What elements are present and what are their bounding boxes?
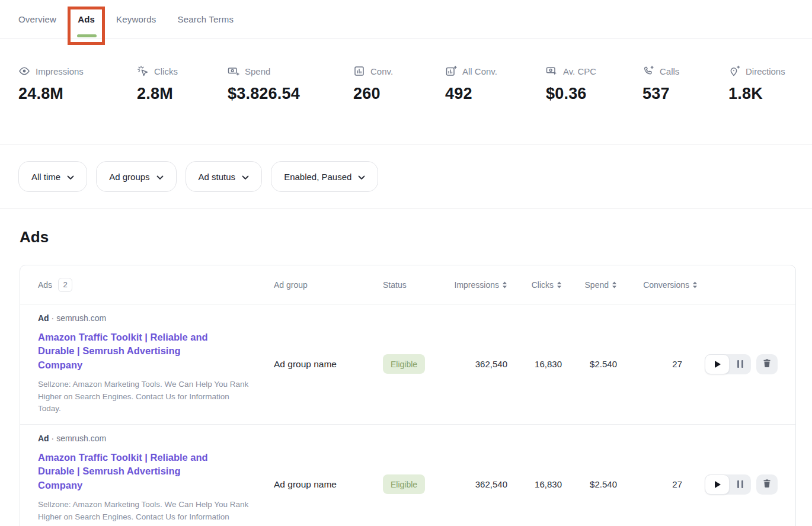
column-header-ad-group: Ad group (274, 280, 383, 290)
spend-cell: $2.540 (562, 359, 617, 369)
pause-icon (737, 360, 743, 368)
play-pause-control (705, 474, 751, 495)
metric-avg-cpc: Av. CPC $0.36 (546, 65, 642, 145)
trash-icon (762, 358, 772, 370)
spend-icon (228, 65, 239, 77)
tab-ads[interactable]: Ads (78, 14, 95, 24)
metric-label: Clicks (154, 66, 178, 76)
metric-label: All Conv. (462, 66, 497, 76)
tab-search-terms[interactable]: Search Terms (178, 14, 234, 24)
metric-value: 537 (642, 85, 728, 103)
spend-cell: $2.540 (562, 479, 617, 489)
ad-domain: semrush.com (56, 313, 106, 323)
delete-button[interactable] (756, 474, 778, 495)
directions-icon (728, 65, 740, 77)
metric-label: Spend (245, 66, 270, 76)
play-button[interactable] (705, 354, 730, 374)
chevron-down-icon (67, 172, 74, 182)
metrics-summary-bar: Impressions 24.8M Clicks 2.8M Spend $3.8… (0, 39, 812, 145)
tab-overview[interactable]: Overview (18, 14, 56, 24)
column-header-ads: Ads 2 (38, 278, 274, 292)
column-header-spend[interactable]: Spend (562, 280, 617, 290)
filter-date-range[interactable]: All time (18, 161, 87, 192)
filter-ad-status[interactable]: Ad stutus (186, 161, 263, 192)
clicks-cell: 16,830 (507, 479, 562, 489)
ad-creative-cell: Ad · semrush.com Amazon Traffic Toolkit … (38, 434, 257, 526)
metric-directions: Directions 1.8K (728, 65, 800, 145)
ads-count-label: Ads (38, 280, 52, 290)
filter-bar: All time Ad groups Ad stutus Enabled, Pa… (0, 145, 812, 209)
conversions-cell: 27 (617, 479, 698, 489)
tab-ads-wrapper: Ads (78, 14, 95, 24)
chevron-down-icon (358, 172, 365, 182)
play-pause-control (705, 354, 751, 374)
metric-spend: Spend $3.826.54 (228, 65, 353, 145)
metric-label: Directions (746, 66, 785, 76)
metric-label: Conv. (370, 66, 393, 76)
pause-icon (737, 480, 743, 488)
metric-label: Av. CPC (563, 66, 596, 76)
delete-button[interactable] (756, 354, 778, 374)
all-conversions-icon (445, 65, 457, 77)
column-header-impressions[interactable]: Impressions (448, 280, 507, 290)
status-badge: Eligible (383, 474, 425, 494)
metric-value: 2.8M (137, 85, 228, 103)
conversions-cell: 27 (617, 359, 698, 369)
top-tab-bar: Overview Ads Keywords Search Terms (0, 0, 812, 39)
ad-tag: Ad (38, 434, 49, 443)
metric-conversions: Conv. 260 (353, 65, 445, 145)
pause-button[interactable] (730, 354, 751, 374)
click-icon (137, 65, 149, 77)
impressions-cell: 362,540 (448, 359, 507, 369)
filter-label: All time (31, 172, 60, 182)
filter-label: Ad stutus (199, 172, 236, 182)
column-header-status: Status (383, 280, 448, 290)
ad-group-cell: Ad group name (274, 359, 383, 370)
impressions-cell: 362,540 (448, 479, 507, 489)
pause-button[interactable] (730, 474, 751, 495)
chevron-down-icon (156, 172, 164, 182)
play-icon (715, 361, 721, 368)
metric-value: $3.826.54 (228, 85, 353, 103)
column-header-clicks[interactable]: Clicks (507, 280, 562, 290)
ad-group-cell: Ad group name (274, 479, 383, 490)
ad-meta: Ad · semrush.com (38, 313, 257, 323)
sort-icon (557, 281, 562, 288)
column-header-conversions[interactable]: Conversions (617, 280, 698, 290)
metric-impressions: Impressions 24.8M (18, 65, 137, 145)
ad-title-link[interactable]: Amazon Traffic Toolkit | Reliable and Du… (38, 451, 223, 492)
chevron-down-icon (242, 172, 249, 182)
table-header-row: Ads 2 Ad group Status Impressions Clicks… (20, 265, 795, 304)
filter-label: Ad groups (109, 172, 149, 182)
ad-meta: Ad · semrush.com (38, 434, 257, 443)
conversions-icon (353, 65, 365, 77)
status-badge: Eligible (383, 354, 425, 374)
row-actions (698, 354, 778, 374)
metric-label: Calls (660, 66, 679, 76)
play-icon (715, 481, 721, 488)
sort-icon (612, 281, 617, 288)
eye-icon (18, 65, 30, 77)
filter-ad-groups[interactable]: Ad groups (96, 161, 176, 192)
metric-value: 492 (445, 85, 546, 103)
calls-icon (642, 65, 654, 77)
ads-table-card: Ads 2 Ad group Status Impressions Clicks… (20, 265, 796, 526)
meta-separator: · (52, 434, 55, 443)
play-button[interactable] (705, 474, 730, 495)
ad-title-link[interactable]: Amazon Traffic Toolkit | Reliable and Du… (38, 331, 223, 372)
metric-value: 24.8M (18, 85, 137, 103)
sort-icon (692, 281, 698, 288)
table-row: Ad · semrush.com Amazon Traffic Toolkit … (20, 424, 795, 526)
filter-enabled-paused[interactable]: Enabled, Paused (271, 161, 378, 192)
table-row: Ad · semrush.com Amazon Traffic Toolkit … (20, 304, 795, 424)
trash-icon (762, 479, 772, 490)
ad-tag: Ad (38, 313, 49, 323)
clicks-cell: 16,830 (507, 359, 562, 369)
metric-label: Impressions (36, 66, 84, 76)
ad-description: Sellzone: Amazon Marketing Tools. We Can… (38, 499, 251, 526)
sort-icon (502, 281, 507, 288)
page-title: Ads (20, 228, 812, 246)
ads-count-badge: 2 (58, 278, 72, 292)
metric-all-conversions: All Conv. 492 (445, 65, 546, 145)
tab-keywords[interactable]: Keywords (116, 14, 156, 24)
